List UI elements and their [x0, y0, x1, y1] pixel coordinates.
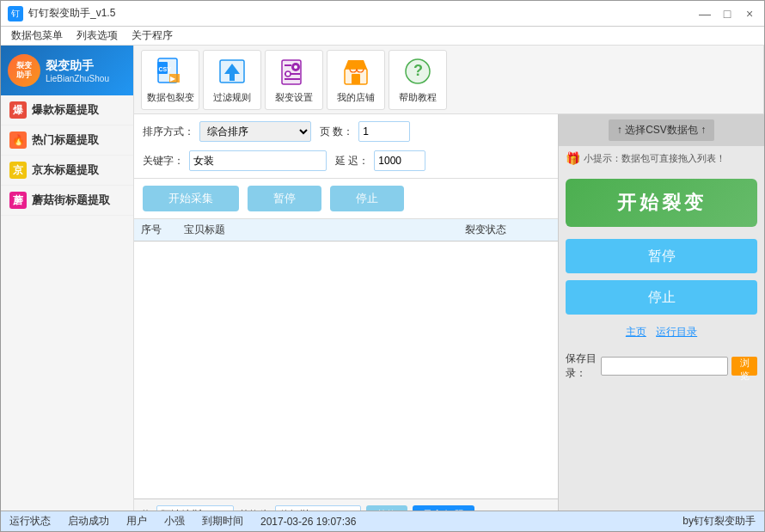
- help-icon: ?: [401, 55, 434, 88]
- filter-btn-label: 过滤规则: [213, 91, 251, 104]
- shop-btn-label: 我的店铺: [337, 91, 375, 104]
- app-window: 钉 钉钉裂变助手_v1.5 — □ × 数据包菜单 列表选项 关于程序 裂变助手…: [0, 0, 765, 532]
- stop-collect-button[interactable]: 停止: [330, 186, 404, 211]
- svg-text:CSV: CSV: [159, 66, 172, 72]
- menu-bar: 数据包菜单 列表选项 关于程序: [1, 27, 764, 46]
- sidebar-item-hot-label: 热门标题提取: [32, 132, 99, 148]
- browse-button[interactable]: 浏览: [731, 357, 757, 376]
- user-label: 用户: [126, 514, 147, 529]
- close-button[interactable]: ×: [742, 6, 757, 21]
- sidebar-brand-main: 裂变助手: [46, 58, 109, 74]
- svg-rect-15: [352, 74, 360, 84]
- shop-button[interactable]: 我的店铺: [327, 50, 385, 110]
- page-label: 页 数：: [320, 125, 353, 139]
- svg-rect-6: [230, 74, 235, 81]
- right-tip: 🎁 小提示：数据包可直接拖入列表！: [559, 146, 764, 170]
- keyword-input[interactable]: [189, 150, 327, 171]
- big-start-button[interactable]: 开始裂变: [566, 179, 757, 227]
- sort-group: 排序方式： 综合排序 销量排序 价格排序: [143, 121, 311, 142]
- expire-label: 到期时间: [202, 514, 243, 529]
- window-controls: — □ ×: [697, 6, 757, 21]
- menu-about[interactable]: 关于程序: [125, 27, 180, 45]
- home-link[interactable]: 主页: [626, 326, 646, 338]
- right-panel: ↑ 选择CSV数据包 ↑ 🎁 小提示：数据包可直接拖入列表！ 开始裂变 暂停 停…: [558, 114, 764, 531]
- sidebar-item-mogu-label: 蘑菇街标题提取: [32, 193, 110, 208]
- help-btn-label: 帮助教程: [399, 91, 437, 104]
- sidebar-brand: 裂变助手 LieBianZhuShou: [46, 58, 109, 83]
- tip-text: 小提示：数据包可直接拖入列表！: [584, 152, 725, 165]
- shop-icon: [340, 55, 372, 88]
- col-title-header: 宝贝标题: [184, 223, 465, 237]
- csv-icon: CSV ▶: [154, 55, 187, 88]
- action-row: 开始采集 暂停 停止: [134, 179, 558, 219]
- run-dir-link[interactable]: 运行目录: [656, 326, 697, 338]
- tip-icon: 🎁: [566, 151, 580, 165]
- maximize-button[interactable]: □: [719, 6, 735, 21]
- right-links: 主页 运行目录: [559, 318, 764, 346]
- csv-select-button[interactable]: ↑ 选择CSV数据包 ↑: [609, 119, 714, 141]
- save-dir-label: 保存目录：: [566, 352, 597, 381]
- status-bar: 运行状态 启动成功 用户 小强 到期时间 2017-03-26 19:07:36…: [1, 511, 764, 531]
- sidebar-item-jd[interactable]: 京 京东标题提取: [1, 156, 133, 186]
- sidebar-item-mogu[interactable]: 蘑 蘑菇街标题提取: [1, 186, 133, 216]
- hot-icon: 🔥: [9, 131, 27, 149]
- filter-button[interactable]: 过滤规则: [203, 50, 261, 110]
- app-title: 钉钉裂变助手_v1.5: [28, 6, 115, 21]
- start-ok-label: 启动成功: [68, 514, 109, 529]
- menu-list-options[interactable]: 列表选项: [70, 27, 125, 45]
- delay-label: 延 迟：: [335, 154, 369, 168]
- start-collect-button[interactable]: 开始采集: [143, 186, 239, 211]
- settings-button[interactable]: 裂变设置: [265, 50, 323, 110]
- svg-point-9: [294, 65, 297, 69]
- table-body: [134, 242, 558, 498]
- top-controls: 排序方式： 综合排序 销量排序 价格排序 页 数：: [134, 114, 558, 179]
- jd-icon: 京: [9, 162, 27, 179]
- table-area: 排序方式： 综合排序 销量排序 价格排序 页 数：: [134, 114, 558, 531]
- svg-rect-10: [285, 64, 291, 66]
- boom-icon: 爆: [9, 101, 27, 119]
- sidebar: 裂变助手 裂变助手 LieBianZhuShou 爆 爆款标题提取 🔥 热门标题…: [1, 46, 134, 531]
- page-input[interactable]: [358, 121, 410, 142]
- csv-btn-label: 数据包裂变: [147, 91, 194, 104]
- settings-btn-label: 裂变设置: [275, 91, 313, 104]
- svg-text:▶: ▶: [170, 75, 176, 83]
- app-icon: 钉: [8, 6, 23, 21]
- sidebar-header: 裂变助手 裂变助手 LieBianZhuShou: [1, 46, 133, 95]
- sidebar-item-boom[interactable]: 爆 爆款标题提取: [1, 95, 133, 125]
- expire-date: 2017-03-26 19:07:36: [260, 516, 356, 528]
- svg-rect-12: [285, 78, 300, 80]
- settings-icon: [278, 55, 310, 88]
- right-stop-button[interactable]: 停止: [566, 280, 757, 315]
- col-status-header: 裂变状态: [465, 223, 551, 237]
- sidebar-brand-sub: LieBianZhuShou: [46, 74, 109, 83]
- table-header: 序号 宝贝标题 裂变状态: [134, 219, 558, 242]
- user-name: 小强: [164, 514, 185, 529]
- delay-input[interactable]: [374, 150, 425, 171]
- sort-select[interactable]: 综合排序 销量排序 价格排序: [199, 121, 311, 142]
- toolbar: CSV ▶ 数据包裂变 过滤规则: [134, 46, 764, 114]
- page-group: 页 数：: [320, 121, 410, 142]
- title-bar: 钉 钉钉裂变助手_v1.5 — □ ×: [1, 1, 764, 27]
- content-split: 排序方式： 综合排序 销量排序 价格排序 页 数：: [134, 114, 764, 531]
- sidebar-item-jd-label: 京东标题提取: [32, 162, 99, 178]
- right-section: CSV ▶ 数据包裂变 过滤规则: [134, 46, 764, 531]
- col-num-header: 序号: [141, 223, 184, 237]
- svg-point-13: [285, 71, 291, 76]
- save-dir-input[interactable]: [601, 357, 728, 376]
- sidebar-item-boom-label: 爆款标题提取: [32, 102, 99, 118]
- keyword-label: 关键字：: [143, 154, 184, 168]
- help-button[interactable]: ? 帮助教程: [389, 50, 447, 110]
- menu-data-package[interactable]: 数据包菜单: [4, 27, 70, 45]
- pause-collect-button[interactable]: 暂停: [248, 186, 321, 211]
- minimize-button[interactable]: —: [697, 6, 713, 21]
- run-state-label: 运行状态: [9, 514, 51, 529]
- svg-text:?: ?: [413, 62, 423, 79]
- mogu-icon: 蘑: [9, 192, 27, 209]
- sidebar-item-hot[interactable]: 🔥 热门标题提取: [1, 125, 133, 156]
- sort-label: 排序方式：: [143, 125, 194, 139]
- keyword-group: 关键字：: [143, 150, 327, 171]
- right-pause-button[interactable]: 暂停: [566, 239, 757, 273]
- right-top: ↑ 选择CSV数据包 ↑: [559, 114, 764, 146]
- sidebar-logo: 裂变助手: [8, 54, 40, 87]
- csv-button[interactable]: CSV ▶ 数据包裂变: [141, 50, 199, 110]
